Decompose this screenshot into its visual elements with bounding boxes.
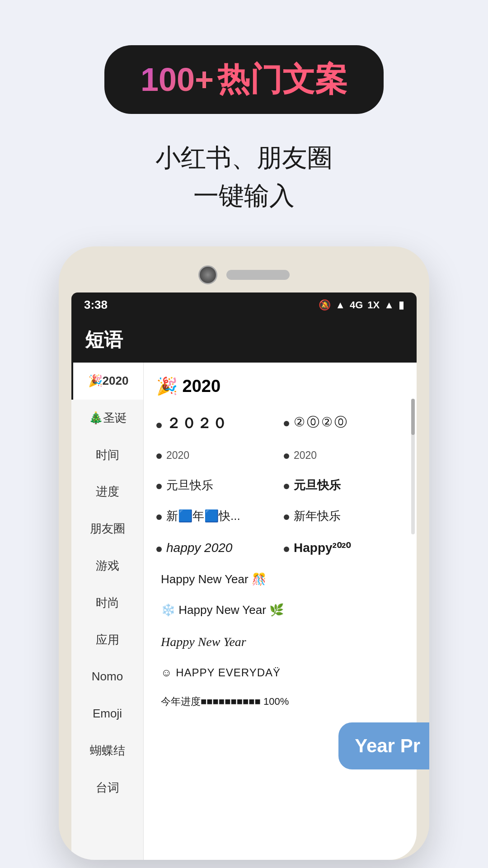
signal-label: 4G xyxy=(350,299,363,311)
sidebar-item-2020[interactable]: 🎉2020 xyxy=(71,363,143,400)
bullet-icon xyxy=(284,547,289,552)
sidebar: 🎉2020 🎄圣诞 时间 进度 朋友圈 游戏 时尚 应用 Nomo Emoji … xyxy=(71,363,144,860)
list-item[interactable]: ②⓪②⓪ xyxy=(284,407,404,440)
signal-label2: 1X xyxy=(367,299,380,311)
list-item[interactable]: ❄️ Happy New Year 🌿 xyxy=(156,595,404,624)
main-content: 🎉 2020 ２０２０ ②⓪②⓪ 2020 xyxy=(144,363,417,860)
signal-bars: ▲ xyxy=(384,299,394,311)
status-bar: 3:38 🔕 ▲ 4G 1X ▲ ▮ xyxy=(71,292,417,317)
list-item[interactable]: 今年进度■■■■■■■■■■ 100% xyxy=(156,689,404,715)
bullet-icon xyxy=(156,514,162,520)
list-item[interactable]: Happy New Year 🎊 xyxy=(156,565,404,594)
sidebar-item-progress[interactable]: 进度 xyxy=(71,473,143,510)
bullet-icon xyxy=(284,453,289,459)
subtitle-line1: 小红书、朋友圈 xyxy=(155,143,333,172)
bullet-icon xyxy=(156,453,162,459)
speech-bubble-text: Year Pr xyxy=(355,735,420,756)
item-text: 今年进度■■■■■■■■■■ 100% xyxy=(161,695,289,709)
item-text: ２０２０ xyxy=(166,413,228,434)
item-text: 2020 xyxy=(166,448,189,462)
bullet-icon xyxy=(284,421,289,426)
sidebar-item-app[interactable]: 应用 xyxy=(71,622,143,659)
phone-top xyxy=(71,260,417,292)
subtitle: 小红书、朋友圈 一键输入 xyxy=(155,139,333,215)
category-title: 🎉 2020 xyxy=(156,376,404,396)
list-item[interactable]: happy 2020 xyxy=(156,533,277,563)
scrollbar-track[interactable] xyxy=(411,399,415,534)
list-item[interactable]: Happy New Year xyxy=(156,627,404,657)
badge-number: 100+ xyxy=(141,61,214,98)
sidebar-item-bow[interactable]: 蝴蝶结 xyxy=(71,732,143,769)
sidebar-item-christmas[interactable]: 🎄圣诞 xyxy=(71,400,143,437)
item-text: 新年快乐 xyxy=(294,508,341,524)
wifi-icon: ▲ xyxy=(335,299,345,311)
bullet-icon xyxy=(156,484,162,489)
item-text: ☺ HAPPY EVERYDAŸ xyxy=(161,665,281,680)
sidebar-item-friends[interactable]: 朋友圈 xyxy=(71,510,143,547)
status-icons: 🔕 ▲ 4G 1X ▲ ▮ xyxy=(319,299,404,311)
sidebar-item-lines[interactable]: 台词 xyxy=(71,769,143,807)
item-text: Happy New Year xyxy=(161,633,246,651)
list-item[interactable]: ２０２０ xyxy=(156,407,277,440)
item-text: Happy²⁰²⁰ xyxy=(294,539,351,557)
app-title: 短语 xyxy=(85,329,123,350)
list-item[interactable]: 新年快乐 xyxy=(284,501,404,530)
item-text: ❄️ Happy New Year 🌿 xyxy=(161,602,284,618)
list-item[interactable]: 元旦快乐 xyxy=(284,471,404,500)
list-item[interactable]: 新🟦年🟦快... xyxy=(156,501,277,530)
speech-bubble: Year Pr xyxy=(338,722,429,769)
bullet-icon xyxy=(156,547,162,552)
speaker-bar xyxy=(226,270,290,280)
phone-frame: 3:38 🔕 ▲ 4G 1X ▲ ▮ 短语 🎉2020 🎄圣诞 时间 进度 朋友… xyxy=(59,246,429,860)
status-time: 3:38 xyxy=(84,298,108,312)
list-item[interactable]: ☺ HAPPY EVERYDAŸ xyxy=(156,659,404,687)
bullet-icon xyxy=(284,514,289,520)
list-item[interactable]: 2020 xyxy=(284,442,404,469)
app-header: 短语 xyxy=(71,317,417,363)
badge-pill: 100+ 热门文案 xyxy=(104,45,384,114)
bell-mute-icon: 🔕 xyxy=(319,299,331,311)
item-text: 元旦快乐 xyxy=(294,477,341,493)
camera-lens xyxy=(198,265,217,284)
phone-wrapper: 3:38 🔕 ▲ 4G 1X ▲ ▮ 短语 🎉2020 🎄圣诞 时间 进度 朋友… xyxy=(59,246,429,860)
top-section: 100+ 热门文案 小红书、朋友圈 一键输入 xyxy=(0,0,488,215)
bullet-icon xyxy=(284,484,289,489)
bullet-icon xyxy=(156,423,162,428)
app-content: 🎉2020 🎄圣诞 时间 进度 朋友圈 游戏 时尚 应用 Nomo Emoji … xyxy=(71,363,417,860)
sidebar-item-nomo[interactable]: Nomo xyxy=(71,658,143,695)
scrollbar-thumb xyxy=(411,399,415,435)
badge-text: 热门文案 xyxy=(217,58,347,101)
items-grid: ２０２０ ②⓪②⓪ 2020 2020 xyxy=(156,407,404,715)
sidebar-item-game[interactable]: 游戏 xyxy=(71,547,143,585)
item-text: 新🟦年🟦快... xyxy=(166,508,240,524)
battery-icon: ▮ xyxy=(399,299,404,311)
list-item[interactable]: Happy²⁰²⁰ xyxy=(284,533,404,563)
subtitle-line2: 一键输入 xyxy=(193,181,295,210)
item-text: Happy New Year 🎊 xyxy=(161,571,266,587)
list-item[interactable]: 2020 xyxy=(156,442,277,469)
sidebar-item-time[interactable]: 时间 xyxy=(71,437,143,474)
item-text: happy 2020 xyxy=(166,539,232,557)
sidebar-item-fashion[interactable]: 时尚 xyxy=(71,585,143,622)
list-item[interactable]: 元旦快乐 xyxy=(156,471,277,500)
sidebar-item-emoji[interactable]: Emoji xyxy=(71,695,143,732)
item-text: ②⓪②⓪ xyxy=(294,413,349,431)
item-text: 元旦快乐 xyxy=(166,477,213,493)
item-text: 2020 xyxy=(294,448,317,462)
